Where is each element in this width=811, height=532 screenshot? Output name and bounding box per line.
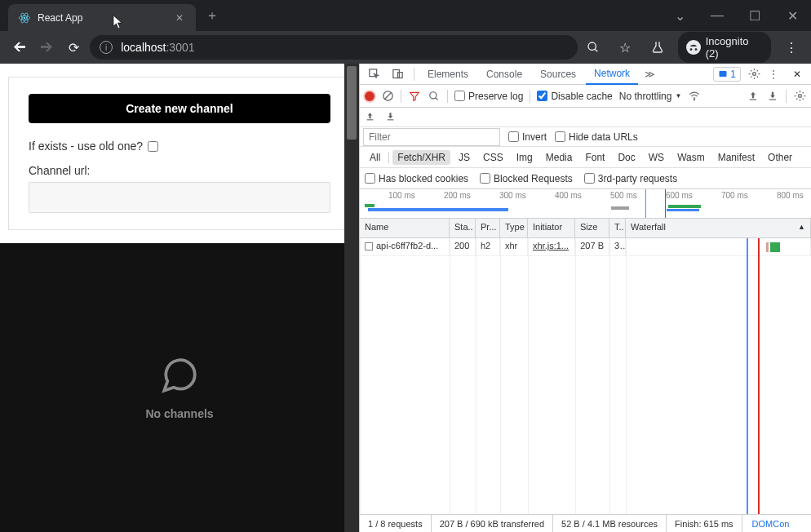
- incognito-badge[interactable]: Incognito (2): [678, 32, 771, 63]
- devtools-kebab-icon[interactable]: ⋮: [767, 69, 780, 80]
- page-scrollbar[interactable]: [344, 64, 359, 532]
- throttling-select[interactable]: No throttling ▼: [619, 91, 682, 102]
- form-card: Create new channel If exists - use old o…: [8, 77, 351, 230]
- create-channel-button[interactable]: Create new channel: [29, 94, 330, 123]
- reload-icon[interactable]: ⟳: [63, 36, 85, 59]
- status-finish: Finish: 615 ms: [667, 515, 742, 532]
- ftype-font[interactable]: Font: [580, 150, 609, 165]
- close-window-icon[interactable]: ✕: [773, 3, 811, 28]
- filter-types: All Fetch/XHR JS CSS Img Media Font Doc …: [360, 147, 811, 168]
- device-icon[interactable]: [387, 64, 409, 85]
- more-tabs-icon[interactable]: ≫: [640, 64, 660, 85]
- gear-icon[interactable]: [747, 68, 760, 80]
- wifi-icon[interactable]: [688, 91, 701, 102]
- channel-url-label: Channel url:: [29, 164, 330, 177]
- if-exists-checkbox[interactable]: [148, 141, 158, 152]
- search-icon[interactable]: [583, 36, 605, 59]
- ftype-wasm[interactable]: Wasm: [672, 150, 710, 165]
- col-type[interactable]: Type: [500, 219, 528, 237]
- filter-input[interactable]: [363, 128, 500, 146]
- table-row[interactable]: api-c6ff7fb2-d... 200 h2 xhr xhr.js:1...…: [360, 238, 811, 256]
- channel-list-empty: No channels: [0, 243, 359, 532]
- network-settings-icon[interactable]: [793, 90, 806, 103]
- caret-down-icon[interactable]: ⌄: [661, 3, 698, 28]
- svg-point-4: [588, 42, 596, 50]
- download-har-icon[interactable]: [385, 111, 396, 124]
- invert-checkbox[interactable]: Invert: [508, 131, 547, 143]
- ftype-all[interactable]: All: [365, 150, 385, 165]
- issues-badge[interactable]: 1: [713, 67, 741, 82]
- new-tab-button[interactable]: ＋: [201, 4, 224, 27]
- third-party-label: 3rd-party requests: [598, 173, 677, 184]
- beaker-icon[interactable]: [646, 36, 668, 59]
- bookmark-icon[interactable]: ☆: [614, 36, 636, 59]
- record-button[interactable]: [365, 91, 374, 101]
- row-initiator[interactable]: xhr.js:1...: [528, 238, 575, 255]
- network-toolbar: Preserve log Disable cache No throttling…: [360, 85, 811, 108]
- timeline-overview[interactable]: 100 ms 200 ms 300 ms 400 ms 500 ms 600 m…: [360, 189, 811, 219]
- clear-icon[interactable]: [381, 90, 394, 102]
- ftype-ws[interactable]: WS: [644, 150, 669, 165]
- close-tab-icon[interactable]: ✕: [173, 11, 186, 24]
- upload-har-icon[interactable]: [365, 111, 375, 124]
- no-channels-text: No channels: [145, 407, 213, 420]
- download-icon[interactable]: [766, 90, 779, 103]
- chat-icon: [159, 355, 200, 396]
- tick: 800 ms: [777, 191, 804, 200]
- if-exists-row[interactable]: If exists - use old one?: [29, 140, 330, 153]
- ftype-xhr[interactable]: Fetch/XHR: [392, 150, 450, 165]
- hide-data-urls-checkbox[interactable]: Hide data URLs: [555, 131, 638, 143]
- filter-icon[interactable]: [408, 91, 421, 102]
- info-icon[interactable]: i: [100, 41, 113, 54]
- browser-tab[interactable]: React App ✕: [8, 4, 196, 32]
- ftype-media[interactable]: Media: [541, 150, 578, 165]
- kebab-icon[interactable]: ⋮: [781, 36, 803, 59]
- col-protocol[interactable]: Pr...: [476, 219, 500, 237]
- throttling-label: No throttling: [619, 91, 672, 102]
- row-name: api-c6ff7fb2-d...: [360, 238, 450, 255]
- channel-url-input[interactable]: [29, 182, 330, 213]
- ftype-css[interactable]: CSS: [478, 150, 508, 165]
- page: Create new channel If exists - use old o…: [0, 64, 359, 532]
- disable-cache-checkbox[interactable]: Disable cache: [537, 91, 612, 102]
- tab-console[interactable]: Console: [478, 64, 530, 85]
- omnibox[interactable]: i localhost:3001: [90, 35, 577, 60]
- devtools: Elements Console Sources Network ≫ 1 ⋮ ✕: [359, 64, 811, 532]
- cursor-icon: [113, 15, 124, 33]
- network-header[interactable]: Name Sta.. Pr... Type Initiator Size T..…: [360, 219, 811, 238]
- col-name[interactable]: Name: [360, 219, 450, 237]
- ftype-js[interactable]: JS: [454, 150, 475, 165]
- col-time[interactable]: T..: [609, 219, 626, 237]
- filter-types-row2: Has blocked cookies Blocked Requests 3rd…: [360, 168, 811, 189]
- back-icon[interactable]: 🡨: [8, 36, 30, 59]
- ftype-img[interactable]: Img: [512, 150, 538, 165]
- tick: 100 ms: [388, 191, 415, 200]
- minimize-icon[interactable]: —: [698, 3, 736, 28]
- devtools-close-icon[interactable]: ✕: [787, 69, 808, 80]
- hide-data-urls-label: Hide data URLs: [569, 131, 638, 143]
- ftype-doc[interactable]: Doc: [613, 150, 640, 165]
- col-status[interactable]: Sta..: [450, 219, 476, 237]
- col-waterfall[interactable]: Waterfall▲: [626, 219, 811, 237]
- upload-icon[interactable]: [747, 90, 760, 103]
- svg-rect-8: [398, 73, 403, 78]
- maximize-icon[interactable]: ☐: [736, 3, 773, 28]
- tab-network[interactable]: Network: [586, 64, 638, 85]
- blocked-cookies-checkbox[interactable]: Has blocked cookies: [365, 173, 468, 184]
- ftype-other[interactable]: Other: [763, 150, 797, 165]
- third-party-checkbox[interactable]: 3rd-party requests: [584, 173, 677, 184]
- inspect-icon[interactable]: [363, 64, 385, 85]
- blocked-requests-checkbox[interactable]: Blocked Requests: [480, 173, 573, 184]
- svg-rect-20: [388, 119, 394, 120]
- svg-line-5: [595, 49, 597, 51]
- col-initiator[interactable]: Initiator: [528, 219, 575, 237]
- ftype-manifest[interactable]: Manifest: [713, 150, 760, 165]
- blocked-cookies-label: Has blocked cookies: [379, 173, 468, 184]
- incognito-label: Incognito (2): [706, 35, 763, 60]
- preserve-log-checkbox[interactable]: Preserve log: [454, 91, 523, 102]
- tick: 500 ms: [610, 191, 637, 200]
- tab-elements[interactable]: Elements: [419, 64, 476, 85]
- search-network-icon[interactable]: [428, 91, 441, 102]
- tab-sources[interactable]: Sources: [532, 64, 584, 85]
- col-size[interactable]: Size: [575, 219, 609, 237]
